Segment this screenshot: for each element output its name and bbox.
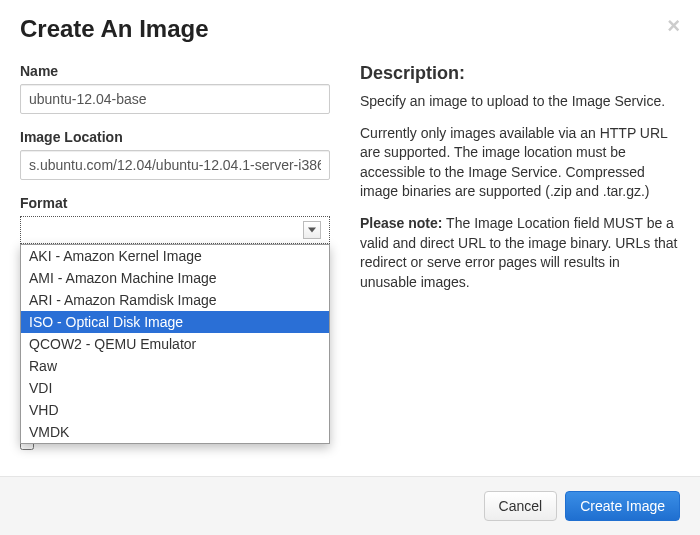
format-option[interactable]: AMI - Amazon Machine Image — [21, 267, 329, 289]
format-option[interactable]: ISO - Optical Disk Image — [21, 311, 329, 333]
location-input[interactable] — [20, 150, 330, 180]
create-image-button[interactable]: Create Image — [565, 491, 680, 521]
modal-header: Create An Image × — [0, 0, 700, 53]
format-dropdown: AKI - Amazon Kernel ImageAMI - Amazon Ma… — [20, 244, 330, 444]
format-option[interactable]: QCOW2 - QEMU Emulator — [21, 333, 329, 355]
location-group: Image Location — [20, 129, 330, 180]
description-note: Please note: The Image Location field MU… — [360, 214, 680, 292]
close-icon[interactable]: × — [667, 15, 680, 37]
name-label: Name — [20, 63, 330, 79]
form-column: Name Image Location Format AKI - Amazon … — [20, 63, 330, 476]
cancel-button[interactable]: Cancel — [484, 491, 558, 521]
modal-footer: Cancel Create Image — [0, 476, 700, 535]
location-label: Image Location — [20, 129, 330, 145]
format-option[interactable]: VHD — [21, 399, 329, 421]
format-group: Format AKI - Amazon Kernel ImageAMI - Am… — [20, 195, 330, 244]
description-p2: Currently only images available via an H… — [360, 124, 680, 202]
name-group: Name — [20, 63, 330, 114]
description-column: Description: Specify an image to upload … — [360, 63, 680, 476]
description-heading: Description: — [360, 63, 680, 84]
format-option[interactable]: ARI - Amazon Ramdisk Image — [21, 289, 329, 311]
name-input[interactable] — [20, 84, 330, 114]
modal-title: Create An Image — [20, 15, 209, 43]
format-select-display[interactable] — [20, 216, 330, 244]
description-note-label: Please note: — [360, 215, 442, 231]
create-image-modal: Create An Image × Name Image Location Fo… — [0, 0, 700, 535]
description-p1: Specify an image to upload to the Image … — [360, 92, 680, 112]
format-label: Format — [20, 195, 330, 211]
format-select[interactable]: AKI - Amazon Kernel ImageAMI - Amazon Ma… — [20, 216, 330, 244]
chevron-down-icon[interactable] — [303, 221, 321, 239]
modal-body: Name Image Location Format AKI - Amazon … — [0, 53, 700, 476]
format-option[interactable]: Raw — [21, 355, 329, 377]
format-option[interactable]: AKI - Amazon Kernel Image — [21, 245, 329, 267]
format-option[interactable]: VMDK — [21, 421, 329, 443]
format-option[interactable]: VDI — [21, 377, 329, 399]
